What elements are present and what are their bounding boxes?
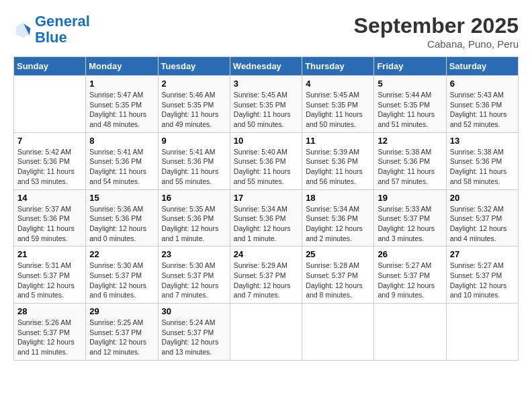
day-cell: 1Sunrise: 5:47 AMSunset: 5:35 PMDaylight… [86, 76, 158, 133]
col-header-friday: Friday [374, 57, 446, 76]
col-header-sunday: Sunday [14, 57, 86, 76]
calendar-table: SundayMondayTuesdayWednesdayThursdayFrid… [13, 56, 519, 361]
col-header-wednesday: Wednesday [230, 57, 302, 76]
col-header-thursday: Thursday [302, 57, 374, 76]
logo-text: General Blue [35, 13, 90, 46]
day-number: 4 [306, 79, 370, 89]
day-number: 21 [17, 249, 82, 259]
day-number: 7 [17, 136, 82, 146]
day-number: 1 [89, 79, 154, 89]
day-cell [446, 304, 518, 361]
day-cell: 16Sunrise: 5:35 AMSunset: 5:36 PMDayligh… [158, 189, 230, 246]
day-cell: 29Sunrise: 5:25 AMSunset: 5:37 PMDayligh… [86, 304, 158, 361]
day-cell: 27Sunrise: 5:27 AMSunset: 5:37 PMDayligh… [446, 246, 518, 304]
day-info: Sunrise: 5:30 AMSunset: 5:37 PMDaylight:… [89, 261, 154, 300]
day-info: Sunrise: 5:36 AMSunset: 5:36 PMDaylight:… [89, 204, 154, 244]
day-cell: 22Sunrise: 5:30 AMSunset: 5:37 PMDayligh… [86, 246, 158, 304]
day-number: 29 [89, 306, 154, 316]
day-cell: 2Sunrise: 5:46 AMSunset: 5:35 PMDaylight… [158, 76, 230, 133]
header-row: SundayMondayTuesdayWednesdayThursdayFrid… [14, 57, 519, 76]
day-number: 16 [162, 193, 226, 203]
day-info: Sunrise: 5:44 AMSunset: 5:35 PMDaylight:… [378, 90, 442, 130]
day-number: 27 [450, 249, 515, 259]
day-info: Sunrise: 5:25 AMSunset: 5:37 PMDaylight:… [89, 318, 154, 357]
day-cell: 5Sunrise: 5:44 AMSunset: 5:35 PMDaylight… [374, 76, 446, 133]
day-info: Sunrise: 5:34 AMSunset: 5:36 PMDaylight:… [306, 204, 370, 244]
day-cell [230, 304, 302, 361]
day-number: 28 [17, 306, 82, 316]
day-info: Sunrise: 5:28 AMSunset: 5:37 PMDaylight:… [306, 261, 370, 300]
day-number: 17 [234, 193, 298, 203]
logo-blue: Blue [35, 29, 67, 46]
day-info: Sunrise: 5:31 AMSunset: 5:37 PMDaylight:… [17, 261, 82, 300]
day-number: 5 [378, 79, 442, 89]
day-info: Sunrise: 5:27 AMSunset: 5:37 PMDaylight:… [378, 261, 442, 300]
day-cell: 21Sunrise: 5:31 AMSunset: 5:37 PMDayligh… [14, 246, 86, 304]
day-info: Sunrise: 5:38 AMSunset: 5:36 PMDaylight:… [378, 147, 442, 187]
day-info: Sunrise: 5:40 AMSunset: 5:36 PMDaylight:… [234, 147, 298, 187]
page-header: General Blue September 2025 Cabana, Puno… [13, 13, 519, 50]
logo: General Blue [13, 13, 90, 46]
day-number: 26 [378, 249, 442, 259]
day-cell: 11Sunrise: 5:39 AMSunset: 5:36 PMDayligh… [302, 132, 374, 189]
day-info: Sunrise: 5:33 AMSunset: 5:37 PMDaylight:… [378, 204, 442, 244]
day-info: Sunrise: 5:38 AMSunset: 5:36 PMDaylight:… [450, 147, 515, 187]
day-number: 3 [234, 79, 298, 89]
day-cell: 28Sunrise: 5:26 AMSunset: 5:37 PMDayligh… [14, 304, 86, 361]
day-cell: 14Sunrise: 5:37 AMSunset: 5:36 PMDayligh… [14, 189, 86, 246]
day-number: 12 [378, 136, 442, 146]
title-block: September 2025 Cabana, Puno, Peru [354, 13, 519, 50]
day-cell: 12Sunrise: 5:38 AMSunset: 5:36 PMDayligh… [374, 132, 446, 189]
day-info: Sunrise: 5:35 AMSunset: 5:36 PMDaylight:… [162, 204, 226, 244]
location-subtitle: Cabana, Puno, Peru [354, 38, 519, 50]
day-number: 25 [306, 249, 370, 259]
day-number: 6 [450, 79, 515, 89]
day-number: 20 [450, 193, 515, 203]
day-cell: 15Sunrise: 5:36 AMSunset: 5:36 PMDayligh… [86, 189, 158, 246]
month-title: September 2025 [354, 13, 519, 38]
day-cell: 10Sunrise: 5:40 AMSunset: 5:36 PMDayligh… [230, 132, 302, 189]
day-cell: 13Sunrise: 5:38 AMSunset: 5:36 PMDayligh… [446, 132, 518, 189]
day-number: 10 [234, 136, 298, 146]
day-info: Sunrise: 5:30 AMSunset: 5:37 PMDaylight:… [162, 261, 226, 300]
day-info: Sunrise: 5:29 AMSunset: 5:37 PMDaylight:… [234, 261, 298, 300]
day-cell: 17Sunrise: 5:34 AMSunset: 5:36 PMDayligh… [230, 189, 302, 246]
logo-icon [13, 20, 32, 39]
week-row-5: 28Sunrise: 5:26 AMSunset: 5:37 PMDayligh… [14, 304, 519, 361]
day-info: Sunrise: 5:45 AMSunset: 5:35 PMDaylight:… [306, 90, 370, 130]
week-row-3: 14Sunrise: 5:37 AMSunset: 5:36 PMDayligh… [14, 189, 519, 246]
day-info: Sunrise: 5:27 AMSunset: 5:37 PMDaylight:… [450, 261, 515, 300]
day-number: 22 [89, 249, 154, 259]
day-cell: 6Sunrise: 5:43 AMSunset: 5:36 PMDaylight… [446, 76, 518, 133]
logo-general: General [35, 13, 90, 30]
day-info: Sunrise: 5:42 AMSunset: 5:36 PMDaylight:… [17, 147, 82, 187]
day-number: 9 [162, 136, 226, 146]
day-number: 30 [162, 306, 226, 316]
day-cell: 4Sunrise: 5:45 AMSunset: 5:35 PMDaylight… [302, 76, 374, 133]
day-info: Sunrise: 5:45 AMSunset: 5:35 PMDaylight:… [234, 90, 298, 130]
day-cell [14, 76, 86, 133]
day-info: Sunrise: 5:39 AMSunset: 5:36 PMDaylight:… [306, 147, 370, 187]
day-cell: 20Sunrise: 5:32 AMSunset: 5:37 PMDayligh… [446, 189, 518, 246]
col-header-saturday: Saturday [446, 57, 518, 76]
day-number: 14 [17, 193, 82, 203]
day-number: 15 [89, 193, 154, 203]
day-info: Sunrise: 5:43 AMSunset: 5:36 PMDaylight:… [450, 90, 515, 130]
week-row-1: 1Sunrise: 5:47 AMSunset: 5:35 PMDaylight… [14, 76, 519, 133]
day-info: Sunrise: 5:41 AMSunset: 5:36 PMDaylight:… [162, 147, 226, 187]
day-cell: 30Sunrise: 5:24 AMSunset: 5:37 PMDayligh… [158, 304, 230, 361]
day-cell: 25Sunrise: 5:28 AMSunset: 5:37 PMDayligh… [302, 246, 374, 304]
day-info: Sunrise: 5:24 AMSunset: 5:37 PMDaylight:… [162, 318, 226, 357]
day-info: Sunrise: 5:26 AMSunset: 5:37 PMDaylight:… [17, 318, 82, 357]
day-number: 23 [162, 249, 226, 259]
day-cell: 18Sunrise: 5:34 AMSunset: 5:36 PMDayligh… [302, 189, 374, 246]
day-cell: 3Sunrise: 5:45 AMSunset: 5:35 PMDaylight… [230, 76, 302, 133]
day-number: 11 [306, 136, 370, 146]
week-row-2: 7Sunrise: 5:42 AMSunset: 5:36 PMDaylight… [14, 132, 519, 189]
week-row-4: 21Sunrise: 5:31 AMSunset: 5:37 PMDayligh… [14, 246, 519, 304]
day-cell: 7Sunrise: 5:42 AMSunset: 5:36 PMDaylight… [14, 132, 86, 189]
day-cell: 9Sunrise: 5:41 AMSunset: 5:36 PMDaylight… [158, 132, 230, 189]
day-cell: 8Sunrise: 5:41 AMSunset: 5:36 PMDaylight… [86, 132, 158, 189]
day-number: 19 [378, 193, 442, 203]
day-cell [374, 304, 446, 361]
